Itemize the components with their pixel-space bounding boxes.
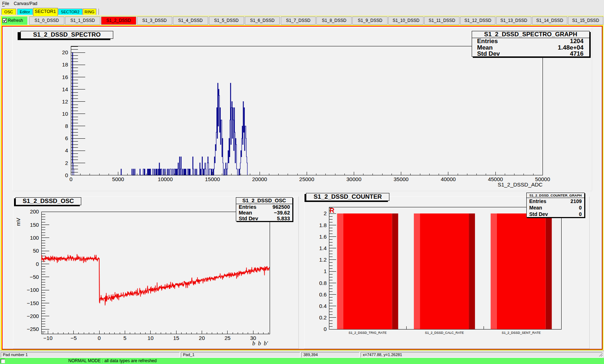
svg-text:R: R [330, 206, 335, 214]
svg-text:S1_2_DSSD_TRIG_RATE: S1_2_DSSD_TRIG_RATE [349, 331, 387, 335]
svg-text:15: 15 [173, 335, 179, 341]
svg-text:15000: 15000 [205, 176, 220, 182]
svg-text:20000: 20000 [252, 176, 267, 182]
svg-text:12: 12 [62, 98, 68, 104]
svg-text:50: 50 [33, 248, 39, 254]
svg-text:0: 0 [36, 261, 39, 267]
svg-text:30000: 30000 [347, 176, 362, 182]
svg-text:−200: −200 [27, 313, 39, 319]
svg-text:6: 6 [65, 135, 68, 141]
svg-text:0.6: 0.6 [319, 291, 327, 297]
svg-text:1.4: 1.4 [319, 245, 327, 251]
svg-text:200: 200 [30, 208, 39, 215]
svg-text:5000: 5000 [112, 176, 124, 182]
svg-text:20: 20 [62, 49, 68, 55]
svg-text:16: 16 [62, 74, 68, 80]
svg-text:10: 10 [62, 111, 68, 117]
svg-text:1.8: 1.8 [319, 222, 327, 228]
svg-text:8: 8 [65, 123, 68, 129]
svg-text:−5: −5 [70, 335, 77, 341]
svg-text:0: 0 [98, 335, 101, 341]
svg-text:1: 1 [324, 268, 326, 274]
svg-text:4: 4 [65, 147, 68, 153]
svg-text:2: 2 [65, 160, 68, 166]
svg-text:10000: 10000 [158, 176, 173, 182]
svg-text:150: 150 [30, 221, 39, 227]
svg-text:14: 14 [62, 86, 68, 92]
svg-text:mV: mV [15, 218, 21, 226]
svg-text:2: 2 [324, 210, 326, 216]
svg-text:S1_2_DSSD_CALC_RATE: S1_2_DSSD_CALC_RATE [425, 331, 464, 335]
svg-text:−250: −250 [27, 326, 39, 332]
svg-text:−100: −100 [27, 287, 39, 293]
svg-text:40000: 40000 [441, 176, 456, 182]
svg-text:25: 25 [224, 335, 230, 341]
svg-text:S1_2_DSSD_SENT_RATE: S1_2_DSSD_SENT_RATE [502, 331, 541, 335]
svg-text:18: 18 [62, 61, 68, 68]
svg-text:−50: −50 [30, 273, 39, 280]
svg-text:10: 10 [147, 335, 154, 341]
svg-text:0.8: 0.8 [319, 280, 327, 286]
svg-text:0: 0 [69, 176, 72, 182]
svg-text:100: 100 [30, 234, 39, 240]
svg-text:0: 0 [324, 326, 326, 332]
svg-text:1.2: 1.2 [319, 257, 327, 263]
svg-text:0: 0 [65, 172, 68, 178]
svg-text:35000: 35000 [394, 176, 409, 182]
svg-text:−150: −150 [27, 300, 39, 306]
svg-text:1.6: 1.6 [319, 233, 327, 239]
svg-text:0.2: 0.2 [319, 314, 327, 321]
svg-text:b b b′: b b b′ [252, 340, 268, 346]
svg-text:S1_2_DSSD_ADC: S1_2_DSSD_ADC [498, 181, 543, 187]
svg-text:25000: 25000 [299, 176, 314, 182]
svg-text:5: 5 [123, 335, 126, 341]
svg-text:0.4: 0.4 [319, 303, 327, 309]
svg-text:20: 20 [199, 335, 205, 341]
svg-text:−10: −10 [44, 335, 52, 341]
